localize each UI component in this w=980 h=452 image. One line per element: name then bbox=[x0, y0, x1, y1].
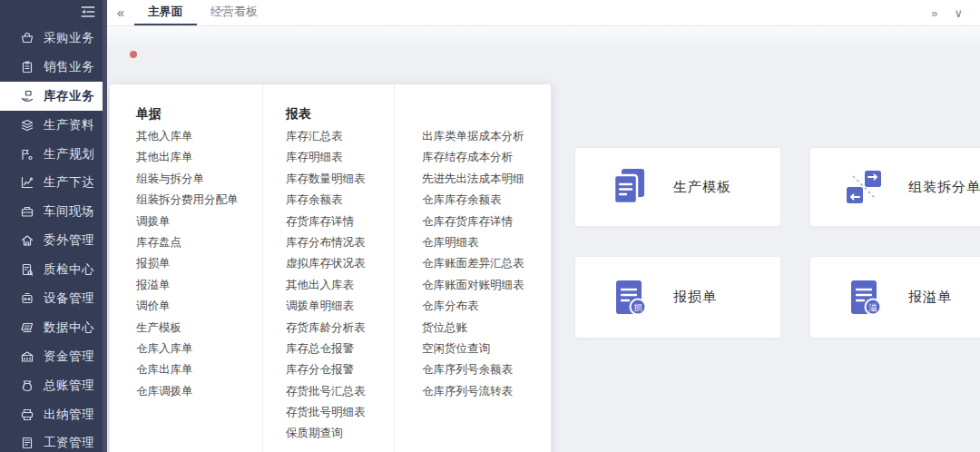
menu-item[interactable]: 报损单 bbox=[136, 253, 262, 274]
badge-char: 损 bbox=[633, 301, 642, 311]
menu-item[interactable]: 仓库存货库存详情 bbox=[422, 211, 551, 232]
menu-item[interactable]: 其他入库单 bbox=[136, 126, 262, 147]
sidebar-item-workshop[interactable]: 车间现场 bbox=[0, 197, 103, 226]
ledger-bag-icon bbox=[20, 378, 34, 393]
sidebar-item-inventory[interactable]: 库存业务 bbox=[0, 82, 103, 111]
sidebar-item-label: 采购业务 bbox=[44, 30, 94, 46]
menu-item[interactable]: 仓库序列号流转表 bbox=[422, 381, 551, 402]
cashier-printer-icon bbox=[20, 408, 34, 422]
menu-item[interactable]: 存货批号明细表 bbox=[286, 402, 394, 423]
badge-char: 溢 bbox=[868, 301, 877, 311]
menu-item[interactable]: 组装与拆分单 bbox=[136, 169, 262, 190]
menu-item[interactable]: 存货库存详情 bbox=[286, 211, 394, 232]
sidebar-item-label: 销售业务 bbox=[44, 59, 94, 75]
sidebar-item-equipment[interactable]: 设备管理 bbox=[0, 284, 103, 313]
menu-item[interactable]: 存货批号汇总表 bbox=[286, 381, 394, 402]
menu-column-header bbox=[422, 104, 551, 126]
sidebar-item-quality-center[interactable]: 质检中心 bbox=[0, 255, 103, 284]
notification-dot bbox=[130, 51, 137, 58]
workshop-machine-icon bbox=[20, 204, 34, 219]
menu-item[interactable]: 仓库分布表 bbox=[422, 296, 551, 317]
sidebar-item-label: 委外管理 bbox=[44, 232, 94, 249]
sidebar-item-data-center[interactable]: 数据中心 bbox=[0, 313, 103, 342]
sidebar-item-funds[interactable]: 资金管理 bbox=[0, 342, 103, 371]
menu-item[interactable]: 仓库序列号余额表 bbox=[422, 359, 551, 380]
card-loss-report[interactable]: 损 报损单 bbox=[574, 256, 781, 339]
menu-item[interactable]: 出库类单据成本分析 bbox=[422, 126, 551, 147]
clipboard-icon bbox=[20, 60, 34, 74]
menu-item[interactable]: 空闲货位查询 bbox=[422, 339, 551, 359]
menu-item[interactable]: 仓库出库单 bbox=[136, 359, 262, 380]
sidebar-item-label: 总账管理 bbox=[44, 378, 94, 394]
sidebar-item-production-dispatch[interactable]: 生产下达 bbox=[0, 168, 103, 197]
menu-item[interactable]: 仓库调拨单 bbox=[136, 381, 262, 402]
menu-item[interactable]: 其他出入库表 bbox=[286, 275, 394, 296]
sidebar-item-sales[interactable]: 销售业务 bbox=[0, 53, 103, 82]
menu-item[interactable]: 库存总仓报警 bbox=[286, 339, 394, 359]
menu-item[interactable]: 其他出库单 bbox=[136, 147, 262, 168]
dispatch-chart-icon bbox=[20, 175, 34, 190]
card-label: 生产模板 bbox=[673, 179, 731, 196]
menu-item[interactable]: 仓库明细表 bbox=[422, 232, 551, 253]
card-label: 报溢单 bbox=[908, 289, 952, 306]
menu-item[interactable]: 库存结存成本分析 bbox=[422, 147, 551, 168]
tabs-scroll-left-icon[interactable]: « bbox=[107, 5, 134, 20]
overflow-report-icon: 溢 bbox=[843, 277, 885, 319]
menu-item[interactable]: 生产模板 bbox=[136, 318, 262, 339]
sidebar-item-general-ledger[interactable]: 总账管理 bbox=[0, 371, 103, 400]
sidebar-item-outsourcing[interactable]: 委外管理 bbox=[0, 226, 103, 255]
menu-column-reports: 报表 库存汇总表 库存明细表 库存数量明细表 库存余额表 存货库存详情 库存分布… bbox=[263, 84, 395, 452]
menu-item[interactable]: 库存分布情况表 bbox=[286, 232, 394, 253]
menu-item[interactable]: 保质期查询 bbox=[286, 423, 394, 444]
funds-bank-icon bbox=[20, 349, 34, 364]
menu-column-header: 报表 bbox=[286, 104, 394, 126]
sidebar-nav: 采购业务 销售业务 库存业务 生产资料 生产规划 生产下达 车间现场 委外管理 bbox=[0, 24, 107, 452]
tabs-scroll-right-icon[interactable]: » bbox=[923, 6, 946, 20]
menu-item[interactable]: 仓库入库单 bbox=[136, 339, 262, 359]
card-overflow-report[interactable]: 溢 报溢单 bbox=[809, 256, 980, 339]
menu-item[interactable]: 调价单 bbox=[136, 296, 262, 317]
menu-item[interactable]: 货位总账 bbox=[422, 318, 551, 339]
menu-item[interactable]: 报溢单 bbox=[136, 275, 262, 296]
menu-item[interactable]: 库存数量明细表 bbox=[286, 169, 394, 190]
menu-item[interactable]: 仓库账面差异汇总表 bbox=[422, 253, 551, 274]
menu-item[interactable]: 库存汇总表 bbox=[286, 126, 394, 147]
menu-item[interactable]: 组装拆分费用分配单 bbox=[136, 190, 262, 211]
basket-icon bbox=[20, 31, 34, 45]
sidebar-item-production-data[interactable]: 生产资料 bbox=[0, 111, 103, 140]
menu-item[interactable]: 调拨单 bbox=[136, 211, 262, 232]
card-production-template[interactable]: 生产模板 bbox=[574, 147, 781, 227]
card-assembly-split[interactable]: 组装拆分单 bbox=[809, 147, 980, 227]
inventory-mega-menu: 单据 其他入库单 其他出库单 组装与拆分单 组装拆分费用分配单 调拨单 库存盘点… bbox=[110, 84, 551, 452]
menu-item[interactable]: 存货库龄分析表 bbox=[286, 318, 394, 339]
sidebar-item-payroll[interactable]: 工资管理 bbox=[0, 428, 103, 452]
menu-item[interactable]: 仓库库存余额表 bbox=[422, 190, 551, 211]
menu-item[interactable]: 仓库账面对账明细表 bbox=[422, 275, 551, 296]
sidebar-item-cashier[interactable]: 出纳管理 bbox=[0, 400, 103, 429]
tab-business-dashboard[interactable]: 经营看板 bbox=[197, 0, 271, 25]
card-label: 报损单 bbox=[673, 289, 717, 306]
quality-inspect-icon bbox=[20, 262, 34, 277]
tabs-dropdown-icon[interactable]: ∨ bbox=[946, 6, 971, 20]
sidebar-item-label: 数据中心 bbox=[44, 319, 94, 336]
sidebar-item-production-planning[interactable]: 生产规划 bbox=[0, 140, 103, 169]
menu-item[interactable]: 库存明细表 bbox=[286, 147, 394, 168]
assembly-split-icon bbox=[843, 166, 885, 208]
menu-item[interactable]: 调拨单明细表 bbox=[286, 296, 394, 317]
sidebar-item-label: 工资管理 bbox=[44, 435, 94, 451]
menu-column-documents: 单据 其他入库单 其他出库单 组装与拆分单 组装拆分费用分配单 调拨单 库存盘点… bbox=[110, 84, 263, 452]
sidebar-item-purchasing[interactable]: 采购业务 bbox=[0, 24, 103, 53]
sidebar-collapse-icon[interactable] bbox=[80, 4, 96, 20]
outsource-house-icon bbox=[20, 233, 34, 248]
equipment-icon bbox=[20, 291, 34, 306]
layers-icon bbox=[20, 118, 34, 133]
menu-item[interactable]: 虚拟库存状况表 bbox=[286, 253, 394, 274]
menu-item[interactable]: 库存分仓报警 bbox=[286, 359, 394, 380]
menu-item[interactable]: 先进先出法成本明细 bbox=[422, 169, 551, 190]
sidebar: 采购业务 销售业务 库存业务 生产资料 生产规划 生产下达 车间现场 委外管理 bbox=[0, 0, 107, 452]
tab-bar: « 主界面 经营看板 » ∨ bbox=[107, 0, 980, 26]
menu-item[interactable]: 库存盘点 bbox=[136, 232, 262, 253]
tab-main-screen[interactable]: 主界面 bbox=[134, 0, 197, 25]
menu-item[interactable]: 库存余额表 bbox=[286, 190, 394, 211]
menu-column-reports-continued: 出库类单据成本分析 库存结存成本分析 先进先出法成本明细 仓库库存余额表 仓库存… bbox=[395, 84, 551, 452]
